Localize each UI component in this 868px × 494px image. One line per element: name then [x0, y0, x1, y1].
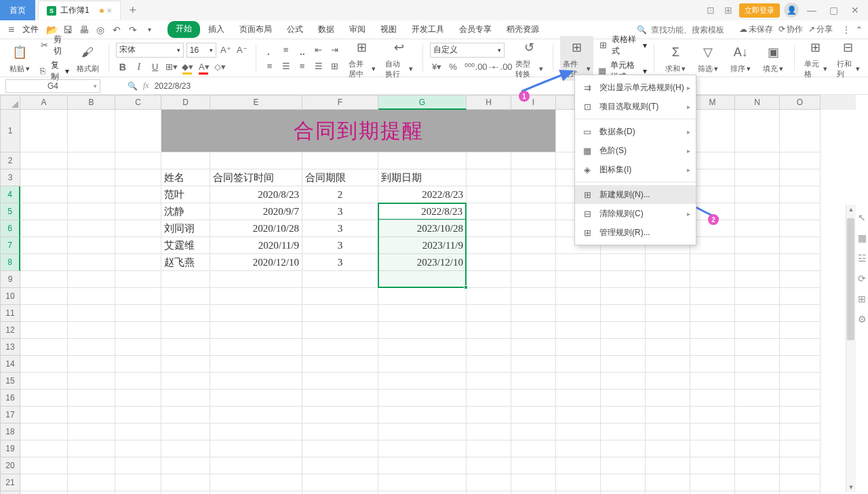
cell[interactable]	[511, 424, 556, 440]
cell[interactable]	[302, 440, 378, 457]
login-button[interactable]: 立即登录	[739, 3, 780, 18]
menu-item-7[interactable]: ⊞新建规则(N)...	[575, 185, 696, 204]
cell[interactable]	[161, 390, 210, 407]
align-left-icon[interactable]: ≡	[263, 60, 277, 73]
cell[interactable]	[302, 491, 378, 494]
cell[interactable]	[646, 424, 690, 440]
cell[interactable]	[646, 322, 690, 339]
cell[interactable]	[115, 305, 161, 322]
cell[interactable]	[690, 186, 735, 203]
cell[interactable]	[511, 220, 556, 237]
cell[interactable]	[511, 254, 556, 271]
title-merged-cell[interactable]: 合同到期提醒	[161, 110, 556, 152]
cell[interactable]	[690, 305, 735, 322]
cell[interactable]	[115, 220, 161, 237]
row-header-7[interactable]: 7	[0, 237, 20, 254]
copy-icon[interactable]: ⎘	[38, 64, 48, 78]
number-format-select[interactable]: 自定义▾	[430, 43, 505, 58]
wrap-group[interactable]: ↩ 自动换行▾	[382, 37, 416, 79]
cell[interactable]	[467, 390, 511, 407]
cell[interactable]	[68, 110, 115, 152]
cell[interactable]	[780, 254, 821, 271]
cell[interactable]	[68, 305, 115, 322]
cell[interactable]	[735, 322, 780, 339]
cell[interactable]	[735, 288, 780, 305]
cell[interactable]	[511, 169, 556, 186]
cell[interactable]	[511, 457, 556, 474]
cell[interactable]	[646, 457, 690, 474]
cell[interactable]	[20, 186, 68, 203]
col-header-A[interactable]: A	[20, 95, 68, 110]
cell[interactable]	[556, 254, 601, 271]
cell[interactable]	[115, 373, 161, 390]
cell[interactable]	[302, 457, 378, 474]
cell[interactable]	[735, 271, 780, 288]
cell[interactable]	[467, 254, 511, 271]
cell[interactable]	[115, 110, 161, 152]
cell[interactable]	[511, 305, 556, 322]
cell[interactable]	[115, 474, 161, 491]
cell[interactable]: 2023/10/28	[378, 220, 467, 237]
cell-group[interactable]: ⊞单元格▾	[802, 37, 830, 79]
indent-dec-icon[interactable]: ⇤	[312, 43, 326, 57]
cell[interactable]	[115, 271, 161, 288]
cell[interactable]	[210, 440, 302, 457]
sum-group[interactable]: Σ求和▾	[661, 42, 690, 74]
cell[interactable]	[302, 474, 378, 491]
table-style-button[interactable]: 表格样式	[612, 34, 640, 57]
col-header-M[interactable]: M	[690, 95, 735, 110]
cell[interactable]	[601, 356, 646, 373]
cell[interactable]	[780, 373, 821, 390]
cell[interactable]	[115, 491, 161, 494]
ribbon-tab-9[interactable]: 稻壳资源	[500, 21, 546, 38]
cell[interactable]	[378, 390, 467, 407]
cell[interactable]	[556, 457, 601, 474]
row-header-14[interactable]: 14	[0, 356, 20, 373]
cell-reference-box[interactable]: G4	[5, 79, 100, 93]
cell[interactable]	[161, 288, 210, 305]
cell[interactable]	[20, 220, 68, 237]
cell[interactable]	[511, 322, 556, 339]
cell[interactable]	[210, 390, 302, 407]
cell[interactable]	[20, 288, 68, 305]
cell[interactable]	[601, 322, 646, 339]
row-header-9[interactable]: 9	[0, 271, 20, 288]
cell[interactable]	[735, 254, 780, 271]
cell[interactable]	[646, 271, 690, 288]
cell[interactable]	[735, 186, 780, 203]
cell[interactable]: 2020/10/28	[210, 220, 302, 237]
side-style-icon[interactable]: ▦	[856, 232, 867, 243]
cell[interactable]: 赵飞燕	[161, 254, 210, 271]
cell[interactable]	[68, 356, 115, 373]
cell[interactable]	[161, 322, 210, 339]
cell[interactable]	[735, 237, 780, 254]
cell[interactable]	[556, 322, 601, 339]
cell[interactable]	[115, 152, 161, 169]
cell[interactable]	[601, 491, 646, 494]
cell[interactable]	[646, 356, 690, 373]
cell[interactable]	[646, 440, 690, 457]
close-tab-icon[interactable]: ×	[107, 6, 112, 16]
cell[interactable]	[115, 169, 161, 186]
cell[interactable]	[690, 440, 735, 457]
cell[interactable]	[378, 474, 467, 491]
cell[interactable]	[780, 424, 821, 440]
cell[interactable]	[735, 305, 780, 322]
col-header-N[interactable]: N	[735, 95, 780, 110]
cell[interactable]: 刘同诩	[161, 220, 210, 237]
row-header-2[interactable]: 2	[0, 152, 20, 169]
row-header-19[interactable]: 19	[0, 440, 20, 457]
cell[interactable]	[601, 440, 646, 457]
cell[interactable]	[556, 305, 601, 322]
cell[interactable]	[690, 169, 735, 186]
cell[interactable]	[511, 440, 556, 457]
close-button[interactable]: ✕	[846, 2, 864, 18]
row-header-17[interactable]: 17	[0, 407, 20, 424]
fill-group[interactable]: ▣填充▾	[759, 42, 787, 74]
cell[interactable]	[511, 407, 556, 424]
cell[interactable]	[378, 440, 467, 457]
cell[interactable]	[161, 424, 210, 440]
align-right-icon[interactable]: ≡	[296, 60, 309, 73]
cell[interactable]	[161, 305, 210, 322]
cell[interactable]	[601, 254, 646, 271]
